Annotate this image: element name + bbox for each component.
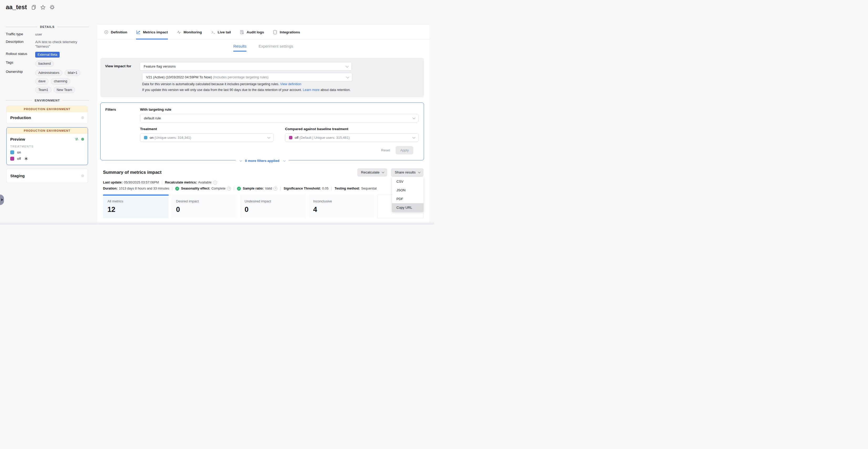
tab-live-tail[interactable]: Live tail xyxy=(211,25,231,39)
learn-more-link[interactable]: Learn more xyxy=(303,88,319,92)
summary-stats-line-2: Duration:1013 days 8 hours and 33 minute… xyxy=(103,187,424,190)
metric-card-inconclusive[interactable]: Inconclusive 4 xyxy=(309,194,374,218)
treatment-on-label: on xyxy=(17,150,21,154)
ownership-row: Ownership Administrators bilal+1 dave ch… xyxy=(6,70,89,93)
treatment-label: Treatment xyxy=(140,127,274,131)
view-impact-panel: View impact for Feature flag versions V2… xyxy=(100,58,424,97)
tab-monitoring[interactable]: Monitoring xyxy=(177,25,202,39)
description-row: Description A/A test to check telemetry … xyxy=(6,40,89,49)
tab-audit-logs[interactable]: Audit logs xyxy=(240,25,264,39)
status-dot xyxy=(81,138,84,141)
treatment-on-row: on xyxy=(10,150,84,154)
metric-summary-cards: All metrics 12 Desired impact 0 Undesire… xyxy=(103,194,424,218)
treatment-on-swatch xyxy=(10,150,14,154)
more-filters-toggle[interactable]: 0 more filters applied xyxy=(236,159,289,163)
menu-item-json[interactable]: JSON xyxy=(392,186,424,194)
filters-panel: Filters With targeting rule default rule… xyxy=(100,102,424,160)
owner-pill: bilal+1 xyxy=(65,70,81,76)
menu-item-csv[interactable]: CSV xyxy=(392,177,424,186)
owner-pill: dave xyxy=(35,78,49,84)
help-icon[interactable]: ? xyxy=(274,187,277,190)
metric-card-undesired-impact[interactable]: Undesired impact 0 xyxy=(240,194,306,218)
owner-pill: Team1 xyxy=(35,87,52,93)
subtab-results[interactable]: Results xyxy=(233,44,246,52)
env-card-preview[interactable]: PRODUCTION ENVIRONMENT Preview TREATMENT… xyxy=(6,127,88,165)
chevron-down-icon xyxy=(283,159,285,162)
chevron-down-icon xyxy=(346,64,349,67)
treatment-off-row: off xyxy=(10,157,84,160)
tab-integrations[interactable]: Integrations xyxy=(273,25,300,39)
gear-icon[interactable] xyxy=(50,5,55,10)
traffic-type-row: Traffic type user xyxy=(6,32,89,37)
chevron-down-icon xyxy=(412,116,415,119)
version-note-1: Data for this version is automatically c… xyxy=(142,82,420,93)
success-check-icon: ✓ xyxy=(237,187,241,190)
production-env-banner: PRODUCTION ENVIRONMENT xyxy=(6,127,88,134)
owner-pill: channing xyxy=(51,78,70,84)
status-dot xyxy=(81,116,84,119)
impact-type-select[interactable]: Feature flag versions xyxy=(140,62,352,71)
env-name: Preview xyxy=(10,137,74,142)
targeting-rule-select[interactable]: default rule xyxy=(140,114,418,122)
copy-icon[interactable] xyxy=(31,5,36,10)
swap-icon xyxy=(74,137,79,141)
apply-button[interactable]: Apply xyxy=(396,146,413,154)
treatment-off-swatch xyxy=(10,157,14,160)
star-icon[interactable] xyxy=(40,5,45,10)
treatment-select[interactable]: on (Unique users: 316,341) xyxy=(140,133,274,142)
metric-card-desired-impact[interactable]: Desired impact 0 xyxy=(172,194,237,218)
screen: aa_test DETAILS Traffic type xyxy=(0,0,434,224)
sidebar-expand-handle[interactable] xyxy=(0,194,4,205)
chevron-down-icon xyxy=(268,136,270,139)
success-check-icon: ✓ xyxy=(175,187,179,190)
treatment-on-swatch xyxy=(144,136,147,139)
tags-row: Tags backend xyxy=(6,60,89,67)
view-impact-label: View impact for xyxy=(100,62,140,93)
share-results-menu: CSV JSON PDF Copy URL xyxy=(392,177,424,212)
details-heading: DETAILS xyxy=(6,25,89,28)
treatment-off-label: off xyxy=(17,157,21,160)
bottom-shadow xyxy=(0,221,434,224)
status-dot xyxy=(81,174,84,177)
chevron-down-icon xyxy=(346,75,349,78)
env-name: Production xyxy=(10,115,81,120)
chevron-down-icon xyxy=(240,159,242,162)
production-env-banner: PRODUCTION ENVIRONMENT xyxy=(6,106,88,112)
summary-title: Summary of metrics impact xyxy=(103,170,357,175)
chevron-down-icon xyxy=(418,171,421,173)
owner-pills: Administrators bilal+1 dave channing Tea… xyxy=(35,70,88,93)
metric-card-all-metrics[interactable]: All metrics 12 xyxy=(103,194,169,218)
env-card-production[interactable]: PRODUCTION ENVIRONMENT Production xyxy=(6,106,88,124)
owner-pill: New Team xyxy=(54,87,75,93)
owner-pill: Administrators xyxy=(35,70,63,76)
reset-button[interactable]: Reset xyxy=(381,148,390,152)
help-icon[interactable]: ? xyxy=(227,187,231,190)
treatments-label: TREATMENTS xyxy=(10,145,84,148)
view-definition-link[interactable]: View definition xyxy=(280,82,301,86)
env-card-staging[interactable]: Staging xyxy=(6,169,88,183)
tab-bar: Definition Metrics impact Monitoring xyxy=(97,25,429,40)
env-name: Staging xyxy=(10,174,81,178)
baseline-label: Compared against baseline treatment xyxy=(285,127,418,131)
info-icon[interactable]: i xyxy=(213,181,217,184)
share-results-button[interactable]: Share results xyxy=(391,168,424,177)
tab-metrics-impact[interactable]: Metrics impact xyxy=(136,25,168,39)
main-panel: Definition Metrics impact Monitoring xyxy=(97,25,429,224)
environment-heading: ENVIRONMENT xyxy=(6,99,89,102)
chevron-down-icon xyxy=(412,136,415,139)
rollout-status-row: Rollout status External Beta xyxy=(6,52,89,58)
recalculate-button[interactable]: Recalculate xyxy=(357,168,388,177)
results-subtabs: Results Experiment settings xyxy=(97,44,429,52)
tab-definition[interactable]: Definition xyxy=(104,25,127,39)
version-select[interactable]: V21 (Active) (10/03/2022 04:59PM To Now)… xyxy=(142,73,352,82)
baseline-select[interactable]: off (Default | Unique users: 315,461) xyxy=(285,133,418,142)
summary-stats-line-1: Last update:05/30/2025 03:57:06PM Recalc… xyxy=(103,181,424,184)
subtab-experiment-settings[interactable]: Experiment settings xyxy=(258,44,293,52)
targeting-rule-label: With targeting rule xyxy=(140,108,418,112)
app-header: aa_test xyxy=(6,4,55,11)
menu-item-pdf[interactable]: PDF xyxy=(392,194,424,203)
sidebar: DETAILS Traffic type user Description A/… xyxy=(6,23,89,186)
filters-label: Filters xyxy=(101,108,140,154)
menu-item-copy-url[interactable]: Copy URL xyxy=(392,203,424,212)
summary-section: Summary of metrics impact Recalculate Sh… xyxy=(103,168,424,218)
